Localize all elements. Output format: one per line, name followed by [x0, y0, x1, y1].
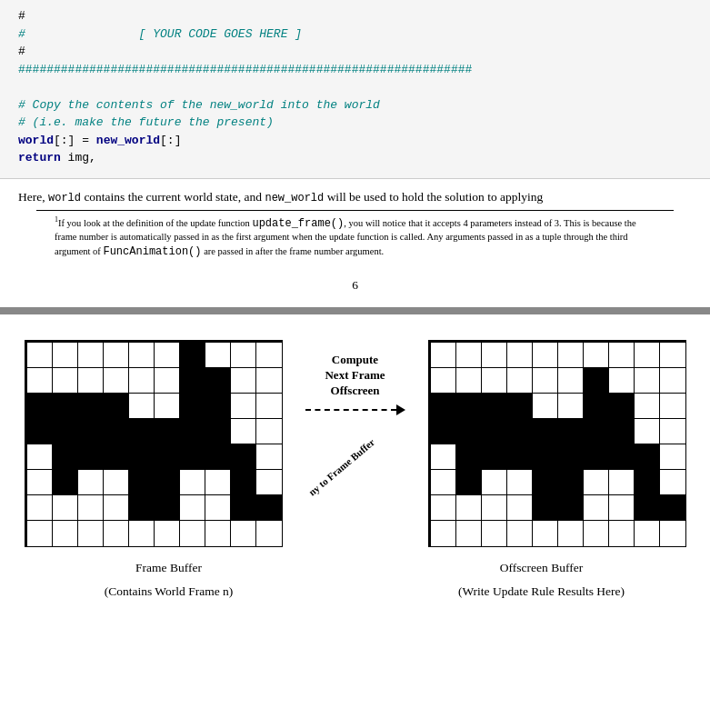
cell: [455, 469, 483, 496]
cell: [52, 444, 79, 471]
code-line: #: [18, 7, 692, 25]
cell: [608, 418, 635, 445]
cell: [205, 418, 232, 445]
cell: [506, 393, 534, 420]
cell: [506, 418, 534, 445]
copy-label-wrapper: ny to Frame Buffer: [301, 488, 410, 534]
page-number-section: 6: [0, 269, 710, 300]
cell: [608, 444, 635, 471]
cell: [52, 342, 79, 369]
cell: [179, 393, 206, 420]
cell: [154, 418, 181, 445]
cell: [634, 469, 661, 496]
cell: [205, 342, 232, 369]
code-blank: [18, 78, 692, 96]
cell: [659, 342, 686, 369]
cell: [455, 342, 483, 369]
cell: [557, 393, 585, 420]
diagram-section: Compute Next Frame Offscreen ny to Frame…: [0, 322, 710, 620]
cell: [659, 393, 686, 420]
cell: [455, 444, 483, 471]
cell: [430, 342, 457, 369]
cell: [103, 494, 130, 522]
cell: [255, 418, 283, 445]
cell: [481, 367, 508, 394]
cell: [179, 444, 206, 471]
cell: [659, 520, 686, 547]
cell: [154, 367, 181, 394]
cell: [205, 494, 232, 522]
cell: [481, 469, 508, 496]
cell: [205, 469, 232, 496]
cell: [557, 342, 585, 369]
cell: [659, 469, 686, 496]
cell: [430, 520, 457, 547]
cell: [77, 444, 105, 471]
cell: [77, 342, 105, 369]
code-line: #: [18, 43, 692, 61]
cell: [532, 469, 559, 496]
cell: [455, 418, 483, 445]
cell: [230, 367, 257, 394]
cell: [128, 418, 155, 445]
offscreen-buffer-label-container: Offscreen Buffer (Write Update Rule Resu…: [415, 553, 669, 602]
cell: [583, 469, 610, 496]
cell: [583, 418, 610, 445]
cell: [455, 367, 483, 394]
code-comment-1: # Copy the contents of the new_world int…: [18, 96, 692, 115]
cell: [634, 418, 661, 445]
cell: [128, 393, 155, 420]
cell: [26, 342, 54, 369]
cell: [52, 494, 79, 522]
cell: [128, 494, 155, 522]
cell: [128, 367, 155, 394]
cell: [634, 520, 661, 547]
footnote-section: 1If you look at the definition of the up…: [36, 210, 674, 269]
cell: [659, 494, 686, 522]
cell: [557, 494, 585, 522]
dashed-arrow: [305, 404, 405, 415]
cell: [205, 520, 232, 547]
cell: [506, 520, 534, 547]
cell: [154, 469, 181, 496]
cell: [230, 342, 257, 369]
frame-buffer-grid: [25, 340, 283, 547]
page-divider: [0, 307, 710, 314]
cell: [154, 494, 181, 522]
cell: [634, 444, 661, 471]
cell: [583, 367, 610, 394]
cell: [179, 342, 206, 369]
cell: [52, 367, 79, 394]
code-comment-2: # (i.e. make the future the present): [18, 114, 692, 132]
cell: [557, 520, 585, 547]
cell: [430, 367, 457, 394]
cell: [26, 367, 54, 394]
cell: [26, 469, 54, 496]
cell: [608, 520, 635, 547]
code-return: return img,: [18, 149, 692, 167]
text-section: Here, world contains the current world s…: [0, 179, 710, 206]
cell: [506, 367, 534, 394]
cell: [26, 520, 54, 547]
cell: [179, 520, 206, 547]
page-number: 6: [352, 278, 358, 292]
cell: [583, 520, 610, 547]
frame-buffer-container: [25, 340, 283, 547]
cell: [179, 418, 206, 445]
arrow-head: [396, 404, 405, 415]
cell: [26, 494, 54, 522]
cell: [481, 342, 508, 369]
arrow-section: Compute Next Frame Offscreen ny to Frame…: [283, 353, 428, 534]
offscreen-buffer-grid: [428, 340, 686, 547]
cell: [532, 342, 559, 369]
cell: [154, 520, 181, 547]
cell: [52, 469, 79, 496]
cell: [52, 393, 79, 420]
cell: [230, 520, 257, 547]
cell: [255, 469, 283, 496]
cell: [532, 418, 559, 445]
cell: [659, 418, 686, 445]
cell: [77, 520, 105, 547]
code-world: world: [48, 192, 81, 204]
cell: [634, 393, 661, 420]
